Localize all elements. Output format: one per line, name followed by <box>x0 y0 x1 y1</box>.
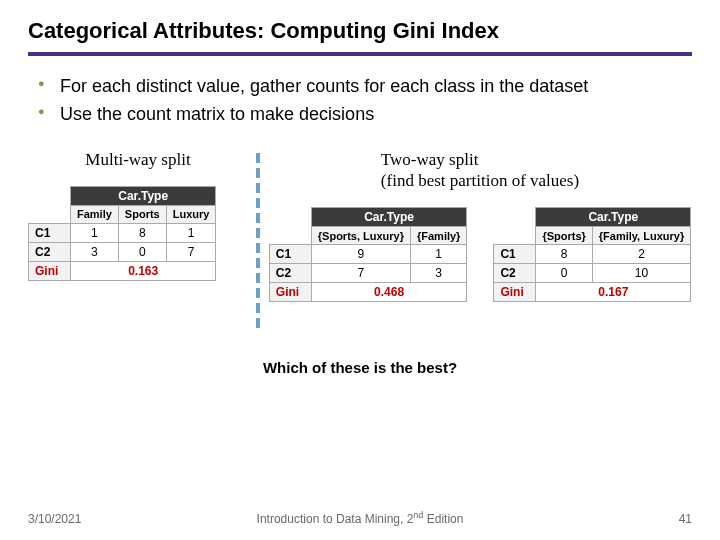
gini-value: 0.167 <box>536 283 691 302</box>
cell: 1 <box>410 245 466 264</box>
cell: 3 <box>71 242 119 261</box>
twoway-heading-sub: (find best partition of values) <box>381 171 579 190</box>
gini-value: 0.163 <box>71 261 216 280</box>
table-corner <box>269 208 311 227</box>
bullet-list: For each distinct value, gather counts f… <box>28 74 692 127</box>
cell: 0 <box>536 264 592 283</box>
gini-value: 0.468 <box>311 283 467 302</box>
table-corner <box>29 205 71 223</box>
col-header: Family <box>71 205 119 223</box>
multiway-column: Multi-way split Car.Type Family Sports L… <box>28 149 248 281</box>
gini-label: Gini <box>29 261 71 280</box>
attr-header: Car.Type <box>311 208 467 227</box>
twoway-column: Two-way split (find best partition of va… <box>268 149 692 303</box>
vertical-separator <box>248 149 268 333</box>
split-comparison: Multi-way split Car.Type Family Sports L… <box>28 149 692 333</box>
col-header: {Sports} <box>536 227 592 245</box>
col-header: Luxury <box>166 205 216 223</box>
row-label: C1 <box>269 245 311 264</box>
footer-center-post: Edition <box>423 512 463 526</box>
col-header: {Family, Luxury} <box>592 227 690 245</box>
footer-center: Introduction to Data Mining, 2nd Edition <box>28 510 692 526</box>
twoway-heading-main: Two-way split <box>381 150 479 169</box>
row-label: C2 <box>29 242 71 261</box>
row-label: C2 <box>269 264 311 283</box>
multiway-table: Car.Type Family Sports Luxury C1 1 8 1 C… <box>28 186 216 281</box>
bullet-item: For each distinct value, gather counts f… <box>38 74 692 98</box>
twoway-tables: Car.Type {Sports, Luxury} {Family} C1 9 … <box>269 207 691 302</box>
table-corner <box>494 208 536 227</box>
col-header: {Sports, Luxury} <box>311 227 410 245</box>
footer-center-pre: Introduction to Data Mining, 2 <box>257 512 414 526</box>
col-header: {Family} <box>410 227 466 245</box>
twoway-table-b: Car.Type {Sports} {Family, Luxury} C1 8 … <box>493 207 691 302</box>
cell: 8 <box>118 223 166 242</box>
cell: 7 <box>311 264 410 283</box>
twoway-heading: Two-way split (find best partition of va… <box>381 149 579 192</box>
table-corner <box>269 227 311 245</box>
table-corner <box>494 227 536 245</box>
cell: 1 <box>71 223 119 242</box>
cell: 8 <box>536 245 592 264</box>
table-corner <box>29 186 71 205</box>
slide-footer: 3/10/2021 Introduction to Data Mining, 2… <box>28 512 692 526</box>
cell: 1 <box>166 223 216 242</box>
cell: 0 <box>118 242 166 261</box>
cell: 2 <box>592 245 690 264</box>
slide-title: Categorical Attributes: Computing Gini I… <box>28 18 692 44</box>
cell: 3 <box>410 264 466 283</box>
row-label: C1 <box>494 245 536 264</box>
multiway-heading: Multi-way split <box>28 149 248 170</box>
gini-label: Gini <box>269 283 311 302</box>
col-header: Sports <box>118 205 166 223</box>
footer-center-sup: nd <box>413 510 423 520</box>
gini-label: Gini <box>494 283 536 302</box>
title-rule <box>28 52 692 56</box>
question-text: Which of these is the best? <box>28 359 692 376</box>
cell: 9 <box>311 245 410 264</box>
row-label: C2 <box>494 264 536 283</box>
row-label: C1 <box>29 223 71 242</box>
cell: 7 <box>166 242 216 261</box>
attr-header: Car.Type <box>71 186 216 205</box>
attr-header: Car.Type <box>536 208 691 227</box>
twoway-table-a: Car.Type {Sports, Luxury} {Family} C1 9 … <box>269 207 468 302</box>
cell: 10 <box>592 264 690 283</box>
bullet-item: Use the count matrix to make decisions <box>38 102 692 126</box>
